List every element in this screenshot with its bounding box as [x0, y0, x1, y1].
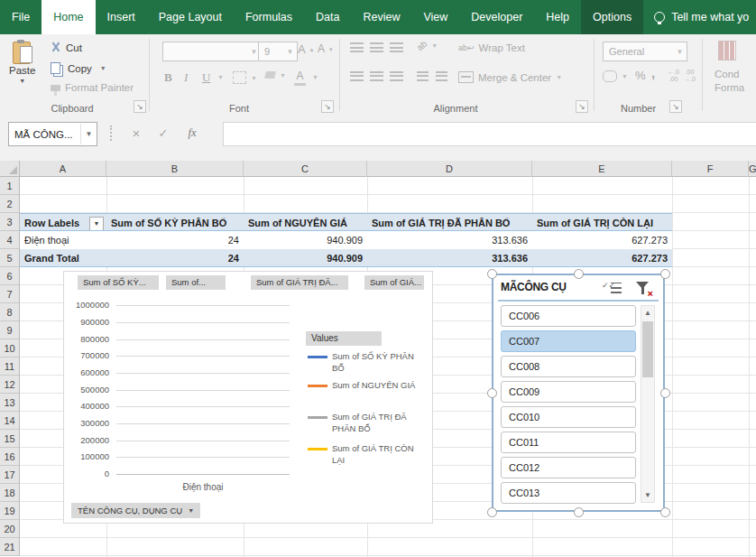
slicer-item-cc006[interactable]: CC006 — [501, 305, 636, 327]
shrink-font-button[interactable]: A▾ — [318, 42, 333, 55]
cut-button[interactable]: Cut — [51, 42, 82, 53]
italic-button[interactable]: I — [184, 70, 188, 85]
tab-page-layout[interactable]: Page Layout — [147, 0, 234, 34]
tab-help[interactable]: Help — [534, 0, 581, 34]
row-header-10[interactable]: 10 — [0, 339, 20, 357]
tab-developer[interactable]: Developer — [459, 0, 534, 34]
resize-handle[interactable] — [487, 388, 497, 398]
row-header-4[interactable]: 4 — [0, 231, 20, 249]
underline-button[interactable]: U — [202, 70, 210, 85]
column-header-d[interactable]: D — [367, 161, 532, 177]
percent-style-button[interactable]: % — [635, 69, 646, 82]
pivot-cell[interactable]: 627.273 — [532, 231, 672, 249]
pivot-cell-category[interactable]: Điện thoại — [20, 231, 106, 249]
chart-field-button[interactable]: Sum of SỐ KỲ... — [78, 275, 159, 290]
pivot-header-row-labels[interactable]: Row Labels ▼ — [20, 213, 106, 231]
pivot-cell[interactable]: 313.636 — [367, 231, 532, 249]
clipboard-dialog-launcher-icon[interactable]: ↘ — [134, 100, 146, 113]
legend-values-button[interactable]: Values — [306, 331, 382, 346]
resize-handle[interactable] — [487, 269, 497, 279]
pivot-chart[interactable]: Sum of SỐ KỲ... Sum of... Sum of GIÁ TRỊ… — [63, 271, 433, 524]
row-header-1[interactable]: 1 — [0, 177, 20, 195]
formula-input[interactable] — [223, 122, 756, 146]
font-color-button[interactable]: A — [294, 70, 306, 86]
pivot-grand-total-cell[interactable]: 313.636 — [367, 249, 532, 267]
row-header-18[interactable]: 18 — [0, 484, 20, 502]
row-header-17[interactable]: 17 — [0, 466, 20, 484]
row-header-7[interactable]: 7 — [0, 285, 20, 303]
column-header-b[interactable]: B — [106, 161, 244, 177]
enter-button[interactable]: ✓ — [152, 122, 175, 144]
indent-buttons[interactable] — [417, 71, 447, 81]
pivot-grand-total-cell[interactable]: 24 — [106, 249, 244, 267]
pivot-grand-total-label[interactable]: Grand Total — [20, 249, 106, 267]
borders-button[interactable]: ▼ — [233, 71, 257, 84]
column-header-g[interactable]: G — [749, 161, 756, 177]
alignment-dialog-launcher-icon[interactable]: ↘ — [576, 100, 588, 113]
number-dialog-launcher-icon[interactable]: ↘ — [669, 100, 682, 113]
row-header-13[interactable]: 13 — [0, 394, 20, 412]
tab-view[interactable]: View — [411, 0, 459, 34]
pivot-header-con-lai[interactable]: Sum of GIÁ TRỊ CÒN LẠI — [532, 213, 672, 231]
copy-dropdown-arrow[interactable]: ▼ — [100, 65, 106, 71]
slicer-item-cc009[interactable]: CC009 — [501, 381, 636, 403]
align-center-icon[interactable] — [370, 71, 383, 81]
clear-filter-button[interactable]: × — [634, 281, 652, 296]
row-header-5[interactable]: 5 — [0, 249, 20, 267]
bold-button[interactable]: B — [164, 70, 172, 85]
font-dialog-launcher-icon[interactable]: ↘ — [321, 100, 334, 113]
pivot-header-nguyen-gia[interactable]: Sum of NGUYÊN GIÁ — [244, 213, 367, 231]
pivot-grand-total-cell[interactable]: 940.909 — [244, 249, 367, 267]
pivot-header-so-ky[interactable]: Sum of SỐ KỲ PHÂN BỔ — [106, 213, 244, 231]
align-middle-icon[interactable] — [370, 42, 383, 52]
font-size-combo[interactable]: 9 ▼ — [258, 42, 298, 61]
filter-dropdown-button[interactable]: ▼ — [89, 217, 104, 231]
slicer-item-cc012[interactable]: CC012 — [501, 457, 636, 478]
copy-button[interactable]: Copy ▼ — [51, 62, 106, 74]
slicer-scrollbar[interactable]: ▲ ▼ — [641, 305, 655, 503]
column-header-e[interactable]: E — [532, 161, 672, 177]
pivot-header-da-phan-bo[interactable]: Sum of GIÁ TRỊ ĐÃ PHÂN BỔ — [367, 213, 532, 231]
paste-button[interactable]: Paste ▼ — [9, 40, 35, 84]
fill-color-button[interactable]: ▼ — [265, 71, 286, 79]
slicer-item-cc011[interactable]: CC011 — [501, 432, 636, 453]
decrease-decimal-button[interactable]: .00 →.0 — [684, 69, 696, 82]
slicer-ma-cong-cu[interactable]: MÃCÔNG CỤ ✓✓ × CC006 CC007 CC008 CC009 C… — [492, 274, 665, 512]
resize-handle[interactable] — [574, 507, 584, 517]
align-bottom-icon[interactable] — [390, 42, 403, 52]
tab-data[interactable]: Data — [304, 0, 351, 34]
format-painter-button[interactable]: Format Painter — [51, 82, 134, 93]
tab-file[interactable]: File — [0, 0, 41, 34]
chart-field-button[interactable]: Sum of GIÁ... — [364, 275, 424, 290]
pivot-cell[interactable]: 24 — [106, 231, 244, 249]
grow-font-button[interactable]: A▴ — [298, 42, 313, 56]
select-all-corner[interactable] — [0, 161, 20, 177]
font-name-combo[interactable]: ▼ — [162, 42, 262, 61]
tab-options[interactable]: Options — [581, 0, 643, 34]
vertical-align-buttons[interactable] — [350, 42, 403, 52]
row-header-3[interactable]: 3 — [0, 213, 20, 231]
chart-axis-field-button[interactable]: TÊN CÔNG CỤ, DỤNG CỤ ▼ — [71, 503, 200, 518]
conditional-formatting-button[interactable] — [718, 41, 736, 60]
slicer-item-cc010[interactable]: CC010 — [501, 406, 636, 428]
name-box[interactable]: MÃ CÔNG... ▼ — [8, 122, 97, 146]
wrap-text-button[interactable]: ab↩ Wrap Text — [458, 42, 525, 53]
row-header-12[interactable]: 12 — [0, 376, 20, 394]
resize-handle[interactable] — [660, 388, 670, 398]
column-header-f[interactable]: F — [672, 161, 749, 177]
chart-field-button[interactable]: Sum of GIÁ TRỊ ĐÃ... — [251, 275, 348, 290]
increase-decimal-button[interactable]: ←.0 .00 — [668, 69, 679, 82]
decrease-indent-icon[interactable] — [417, 71, 429, 81]
row-header-14[interactable]: 14 — [0, 412, 20, 430]
orientation-button[interactable]: ab ▼ — [417, 41, 438, 51]
name-box-dropdown-icon[interactable]: ▼ — [80, 124, 97, 144]
row-header-19[interactable]: 19 — [0, 502, 20, 520]
comma-style-button[interactable]: , — [651, 65, 655, 80]
scroll-down-icon[interactable]: ▼ — [641, 488, 654, 502]
align-right-icon[interactable] — [390, 71, 403, 81]
row-header-9[interactable]: 9 — [0, 321, 20, 339]
merge-center-button[interactable]: Merge & Center ▼ — [458, 71, 562, 83]
accounting-format-button[interactable]: ▼ — [603, 70, 628, 82]
row-header-11[interactable]: 11 — [0, 357, 20, 376]
chart-field-button[interactable]: Sum of... — [166, 275, 226, 290]
